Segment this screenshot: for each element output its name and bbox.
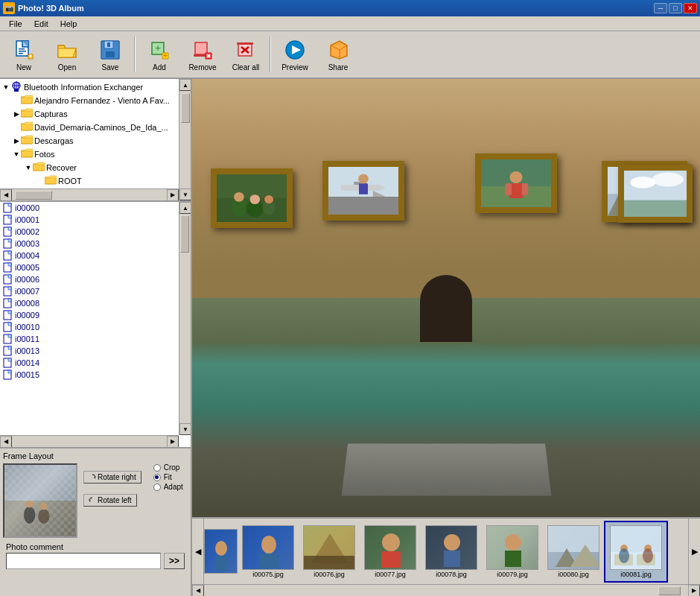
save-button[interactable]: Save bbox=[89, 34, 131, 75]
add-button[interactable]: + + Add bbox=[139, 34, 180, 75]
rotate-left-button[interactable]: Rotate left bbox=[83, 494, 137, 507]
clearall-button[interactable]: Clear all bbox=[225, 34, 267, 75]
photo-comment-label: Photo comment bbox=[6, 542, 185, 551]
svg-point-128 bbox=[444, 534, 460, 551]
file-item-i00004[interactable]: i00004 bbox=[0, 250, 191, 261]
hscroll-left[interactable]: ◀ bbox=[192, 585, 204, 597]
maximize-button[interactable]: □ bbox=[669, 3, 682, 13]
file-item-i00001[interactable]: i00001 bbox=[0, 214, 191, 226]
file-icon bbox=[3, 334, 13, 344]
tree-item-root[interactable]: ROOT bbox=[0, 174, 179, 188]
file-item-i00007[interactable]: i00007 bbox=[0, 285, 191, 297]
comment-input[interactable] bbox=[6, 553, 161, 569]
tree-item-descargas[interactable]: ▶ Descargas bbox=[0, 134, 179, 148]
menu-file[interactable]: File bbox=[3, 18, 28, 30]
file-item-i00013[interactable]: i00013 bbox=[0, 345, 191, 357]
file-item-i00008[interactable]: i00008 bbox=[0, 297, 191, 309]
file-item-i00006[interactable]: i00006 bbox=[0, 273, 191, 285]
file-item-i00014[interactable]: i00014 bbox=[0, 357, 191, 369]
comment-send-button[interactable]: >> bbox=[164, 553, 185, 569]
thumb-scroll-right[interactable]: ▶ bbox=[688, 519, 700, 584]
tree-item-bluetooth[interactable]: ▼ Bluetooth Information Exchanger bbox=[0, 80, 179, 94]
photo-frame-5[interactable] bbox=[618, 165, 693, 223]
tree-hscrollbar[interactable]: ◀ ▶ bbox=[0, 188, 179, 200]
rotate-right-button[interactable]: Rotate right bbox=[83, 471, 141, 484]
crop-label: Crop bbox=[164, 463, 180, 472]
svg-rect-35 bbox=[21, 97, 33, 104]
new-label: New bbox=[16, 63, 31, 72]
hscroll-thumb[interactable] bbox=[658, 586, 681, 595]
remove-button[interactable]: Remove bbox=[182, 34, 223, 75]
menu-help[interactable]: Help bbox=[54, 18, 83, 30]
tree-hscroll-left[interactable]: ◀ bbox=[0, 189, 12, 201]
close-button[interactable]: ✕ bbox=[684, 3, 697, 13]
thumb-i00081[interactable]: i00081.jpg bbox=[604, 521, 668, 583]
radio-adapt[interactable]: Adapt bbox=[153, 483, 183, 491]
thumb-i00078[interactable]: i00078.jpg bbox=[421, 522, 482, 581]
tree-hscroll-thumb[interactable] bbox=[15, 191, 52, 200]
remove-label: Remove bbox=[188, 63, 216, 72]
menu-edit[interactable]: Edit bbox=[28, 18, 54, 30]
thumb-label-i00081: i00081.jpg bbox=[620, 571, 652, 578]
thumb-hscrollbar[interactable]: ◀ ▶ bbox=[192, 584, 700, 596]
crop-radio[interactable] bbox=[153, 464, 161, 472]
tree-scroll-up[interactable]: ▲ bbox=[179, 79, 191, 91]
hscroll-right[interactable]: ▶ bbox=[688, 585, 700, 597]
file-item-i00002[interactable]: i00002 bbox=[0, 226, 191, 238]
thumb-i00075[interactable]: i00075.jpg bbox=[238, 522, 299, 581]
tree-hscroll-right[interactable]: ▶ bbox=[167, 189, 179, 201]
minimize-button[interactable]: ─ bbox=[654, 3, 667, 13]
tree-item-fotos-label: Fotos bbox=[34, 150, 55, 159]
file-item-i00015[interactable]: i00015 bbox=[0, 369, 191, 381]
tree-scroll-down[interactable]: ▼ bbox=[179, 188, 191, 200]
rotate-right-icon bbox=[89, 474, 96, 481]
new-button[interactable]: New bbox=[3, 34, 45, 75]
expand-fotos: ▼ bbox=[12, 150, 21, 158]
folder-capturas-icon bbox=[21, 108, 33, 120]
preview-button[interactable]: Preview bbox=[274, 34, 316, 75]
tree-item-david[interactable]: David_Demaria-Caminos_De_Ida_... bbox=[0, 121, 179, 134]
file-label: i00013 bbox=[15, 346, 39, 355]
file-item-i00003[interactable]: i00003 bbox=[0, 238, 191, 250]
file-item-i00000[interactable]: i00000 bbox=[0, 202, 191, 214]
file-item-i00010[interactable]: i00010 bbox=[0, 321, 191, 333]
radio-crop[interactable]: Crop bbox=[153, 463, 183, 472]
photo-frame-2[interactable] bbox=[322, 161, 404, 221]
thumb-i00077[interactable]: i00077.jpg bbox=[360, 522, 421, 581]
thumb-scroll-left[interactable]: ◀ bbox=[192, 519, 204, 584]
file-item-i00005[interactable]: i00005 bbox=[0, 261, 191, 273]
tree-item-capturas[interactable]: ▶ Capturas bbox=[0, 107, 179, 121]
tree-item-alejandro[interactable]: Alejandro Fernandez - Viento A Fav... bbox=[0, 94, 179, 107]
photo-frame-3[interactable] bbox=[475, 153, 557, 213]
adapt-radio[interactable] bbox=[153, 484, 161, 491]
file-item-i00011[interactable]: i00011 bbox=[0, 333, 191, 345]
thumb-i00079[interactable]: i00079.jpg bbox=[482, 522, 543, 581]
preview-3d bbox=[192, 79, 700, 517]
file-scroll-down[interactable]: ▼ bbox=[179, 423, 191, 435]
file-scroll-thumb[interactable] bbox=[180, 215, 189, 253]
tree-view: ▼ Bluetooth Information Exchanger bbox=[0, 79, 191, 202]
tree-item-recover[interactable]: ▼ Recover bbox=[0, 161, 179, 174]
radio-fit[interactable]: Fit bbox=[153, 473, 183, 481]
fit-radio[interactable] bbox=[153, 474, 161, 481]
thumb-partial[interactable] bbox=[204, 526, 238, 577]
file-vscrollbar[interactable]: ▲ ▼ bbox=[179, 202, 191, 435]
tree-item-fotos[interactable]: ▼ Fotos bbox=[0, 148, 179, 161]
file-label: i00008 bbox=[15, 299, 39, 308]
open-button[interactable]: Open bbox=[46, 34, 88, 75]
file-item-i00009[interactable]: i00009 bbox=[0, 309, 191, 321]
file-label-i00000: i00000 bbox=[15, 203, 39, 212]
file-hscroll-left[interactable]: ◀ bbox=[0, 436, 12, 448]
thumb-i00076[interactable]: i00076.jpg bbox=[299, 522, 360, 581]
file-scroll-up[interactable]: ▲ bbox=[179, 202, 191, 214]
share-button[interactable]: Share bbox=[317, 34, 359, 75]
file-hscrollbar[interactable]: ◀ ▶ bbox=[0, 435, 179, 447]
thumb-i00080[interactable]: i00080.jpg bbox=[543, 522, 604, 581]
platform bbox=[341, 444, 550, 496]
frame-preview-image bbox=[4, 465, 76, 536]
tree-vscrollbar[interactable]: ▲ ▼ bbox=[179, 79, 191, 200]
photo-frame-1[interactable] bbox=[211, 168, 293, 228]
file-hscroll-right[interactable]: ▶ bbox=[167, 436, 179, 448]
tree-item-bluetooth-label: Bluetooth Information Exchanger bbox=[24, 83, 143, 92]
tree-scroll-thumb[interactable] bbox=[181, 93, 190, 123]
